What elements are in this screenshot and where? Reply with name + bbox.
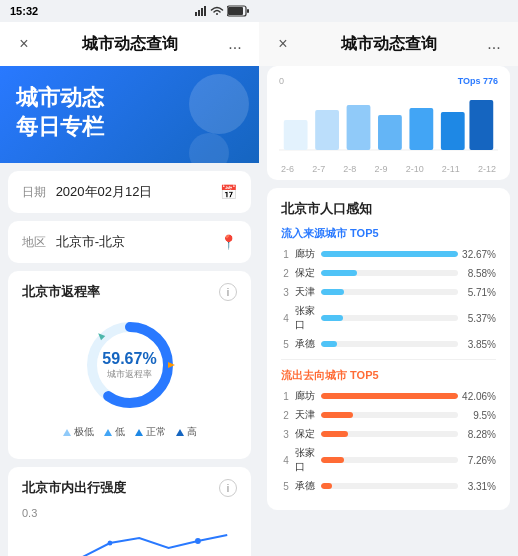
svg-rect-0 bbox=[195, 12, 197, 16]
donut-sub-label: 城市返程率 bbox=[102, 368, 156, 381]
svg-rect-23 bbox=[347, 105, 371, 150]
legend-arrow-2 bbox=[135, 429, 143, 436]
left-more-button[interactable]: ... bbox=[223, 32, 247, 56]
svg-rect-25 bbox=[409, 108, 433, 150]
donut-container: 59.67% 城市返程率 极低 低 正常 bbox=[22, 311, 237, 447]
left-status-bar: 15:32 bbox=[0, 0, 259, 22]
out-bar-fill-4 bbox=[321, 483, 332, 489]
out-bar-row-2: 3 保定 8.28% bbox=[281, 427, 496, 441]
in-bar-row-0: 1 廊坊 32.67% bbox=[281, 247, 496, 261]
legend-row: 极低 低 正常 高 bbox=[63, 425, 197, 439]
out-bar-fill-1 bbox=[321, 412, 353, 418]
svg-rect-21 bbox=[284, 120, 308, 150]
right-back-button[interactable]: × bbox=[271, 32, 295, 56]
out-bar-row-3: 4 张家口 7.26% bbox=[281, 446, 496, 474]
in-bar-row-1: 2 保定 8.58% bbox=[281, 266, 496, 280]
svg-point-11 bbox=[195, 538, 201, 544]
return-rate-title: 北京市返程率 bbox=[22, 283, 100, 301]
out-bar-fill-3 bbox=[321, 457, 344, 463]
legend-label-2: 正常 bbox=[146, 425, 166, 439]
out-intensity-card: 北京市内出行强度 i 0.3 bbox=[8, 467, 251, 556]
x-label-4: 2-10 bbox=[406, 164, 424, 174]
in-bar-fill-4 bbox=[321, 341, 337, 347]
svg-rect-6 bbox=[247, 9, 249, 13]
left-panel: 15:32 × 城市动态查询 ... 城市动态 每日专栏 日期 2020年02月… bbox=[0, 0, 259, 556]
donut-chart: 59.67% 城市返程率 bbox=[80, 315, 180, 415]
in-flow-title: 流入来源城市 TOP5 bbox=[281, 226, 496, 241]
wifi-icon bbox=[210, 6, 224, 16]
line-chart-card: 0 TOps 776 2-6 2-7 bbox=[267, 66, 510, 180]
calendar-icon: 📅 bbox=[220, 184, 237, 200]
left-time: 15:32 bbox=[10, 5, 38, 17]
out-flow-title: 流出去向城市 TOP5 bbox=[281, 368, 496, 383]
in-bar-fill-1 bbox=[321, 270, 357, 276]
battery-icon bbox=[227, 5, 249, 17]
date-row: 日期 2020年02月12日 📅 bbox=[22, 183, 237, 201]
return-rate-header: 北京市返程率 i bbox=[22, 283, 237, 301]
svg-rect-26 bbox=[441, 112, 465, 150]
x-label-1: 2-7 bbox=[312, 164, 325, 174]
legend-item-0: 极低 bbox=[63, 425, 94, 439]
right-more-button[interactable]: ... bbox=[482, 32, 506, 56]
region-label: 地区 bbox=[22, 235, 46, 249]
out-intensity-value: 0.3 bbox=[22, 507, 237, 519]
x-label-2: 2-8 bbox=[343, 164, 356, 174]
svg-rect-22 bbox=[315, 110, 339, 150]
left-nav-bar: × 城市动态查询 ... bbox=[0, 22, 259, 66]
in-bar-row-4: 5 承德 3.85% bbox=[281, 337, 496, 351]
out-bar-fill-0 bbox=[321, 393, 458, 399]
x-label-6: 2-12 bbox=[478, 164, 496, 174]
out-intensity-header: 北京市内出行强度 i bbox=[22, 479, 237, 497]
svg-rect-24 bbox=[378, 115, 402, 150]
date-label: 日期 bbox=[22, 185, 46, 199]
legend-item-1: 低 bbox=[104, 425, 125, 439]
out-intensity-info-button[interactable]: i bbox=[219, 479, 237, 497]
svg-rect-5 bbox=[228, 7, 243, 15]
date-value: 2020年02月12日 bbox=[56, 184, 153, 199]
right-content: 0 TOps 776 2-6 2-7 bbox=[259, 66, 518, 556]
legend-label-3: 高 bbox=[187, 425, 197, 439]
population-title: 北京市人口感知 bbox=[281, 200, 496, 218]
right-panel: 15:32 × 城市动态查询 ... 0 TOps 776 bbox=[259, 0, 518, 556]
svg-rect-27 bbox=[469, 100, 493, 150]
in-bar-row-3: 4 张家口 5.37% bbox=[281, 304, 496, 332]
in-bar-row-2: 3 天津 5.71% bbox=[281, 285, 496, 299]
hero-deco1 bbox=[189, 74, 249, 134]
return-rate-card: 北京市返程率 i bbox=[8, 271, 251, 459]
donut-center: 59.67% 城市返程率 bbox=[102, 350, 156, 381]
legend-item-2: 正常 bbox=[135, 425, 166, 439]
y-axis-label: 0 bbox=[279, 76, 284, 86]
x-label-0: 2-6 bbox=[281, 164, 294, 174]
out-intensity-title: 北京市内出行强度 bbox=[22, 479, 126, 497]
in-bar-fill-3 bbox=[321, 315, 343, 321]
out-bar-row-0: 1 廊坊 42.06% bbox=[281, 389, 496, 403]
x-label-3: 2-9 bbox=[374, 164, 387, 174]
legend-item-3: 高 bbox=[176, 425, 197, 439]
out-bar-row-4: 5 承德 3.31% bbox=[281, 479, 496, 493]
tops-label: TOps 776 bbox=[458, 76, 498, 86]
in-bar-fill-0 bbox=[321, 251, 458, 257]
region-card[interactable]: 地区 北京市-北京 📍 bbox=[8, 221, 251, 263]
x-label-5: 2-11 bbox=[442, 164, 460, 174]
left-back-button[interactable]: × bbox=[12, 32, 36, 56]
svg-point-12 bbox=[108, 541, 113, 546]
left-status-icons bbox=[195, 5, 249, 17]
out-bar-fill-2 bbox=[321, 431, 348, 437]
legend-arrow-3 bbox=[176, 429, 184, 436]
legend-label-1: 低 bbox=[115, 425, 125, 439]
right-nav-title: 城市动态查询 bbox=[295, 34, 482, 55]
flow-divider bbox=[281, 359, 496, 360]
date-card[interactable]: 日期 2020年02月12日 📅 bbox=[8, 171, 251, 213]
legend-label-0: 极低 bbox=[74, 425, 94, 439]
return-rate-info-button[interactable]: i bbox=[219, 283, 237, 301]
donut-pct: 59.67% bbox=[102, 350, 156, 368]
population-card: 北京市人口感知 流入来源城市 TOP5 1 廊坊 32.67% 2 保定 8.5… bbox=[267, 188, 510, 510]
line-chart-area: 2-6 2-7 2-8 2-9 2-10 2-11 2-12 bbox=[279, 90, 498, 170]
legend-arrow-0 bbox=[63, 429, 71, 436]
out-bar-row-1: 2 天津 9.5% bbox=[281, 408, 496, 422]
legend-arrow-1 bbox=[104, 429, 112, 436]
hero-banner: 城市动态 每日专栏 bbox=[0, 66, 259, 163]
location-icon: 📍 bbox=[220, 234, 237, 250]
svg-rect-2 bbox=[201, 8, 203, 16]
region-row: 地区 北京市-北京 📍 bbox=[22, 233, 237, 251]
